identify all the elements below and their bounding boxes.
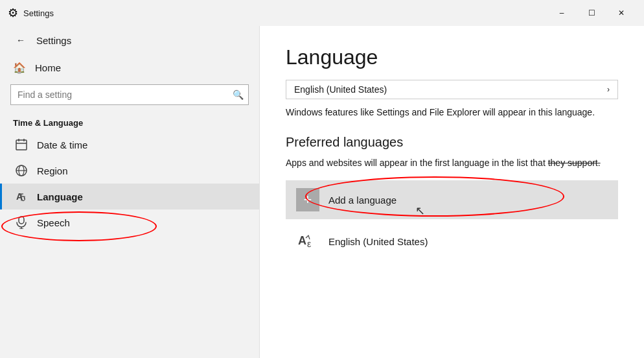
window-controls: – ☐ ✕ [547,3,636,23]
preferred-languages-title: Preferred languages [286,135,618,150]
search-input[interactable] [10,84,249,105]
english-lang-label: English (United States) [328,236,428,247]
sidebar-item-label: Speech [37,217,70,228]
sidebar-item-label: Region [37,165,68,176]
svg-text:A: A [298,234,306,247]
content-area: Language English (United States) › Windo… [259,26,644,358]
app-icon: ⚙ [8,6,18,20]
search-icon[interactable]: 🔍 [233,90,244,100]
close-button[interactable]: ✕ [606,3,636,23]
english-language-item[interactable]: A ε English (United States) [286,223,618,259]
sidebar-item-label: Date & time [37,139,87,150]
plus-icon: + [296,188,319,211]
page-title: Language [286,45,618,69]
chevron-icon: › [607,85,610,94]
add-language-button[interactable]: + Add a language [286,180,618,219]
home-label: Home [35,62,61,73]
titlebar-title: Settings [23,8,54,18]
add-language-container: + Add a language ↖ [286,180,618,219]
main-layout: ← Settings 🏠 Home 🔍 Time & Language Date… [0,26,644,358]
search-box: 🔍 [10,84,249,105]
add-language-label: Add a language [328,195,397,206]
sidebar: ← Settings 🏠 Home 🔍 Time & Language Date… [0,26,259,358]
speech-icon [15,216,28,229]
language-dropdown-value: English (United States) [294,84,387,95]
language-icon: A ℑ [15,190,28,203]
maximize-button[interactable]: ☐ [577,3,606,23]
sidebar-item-label: Language [37,191,83,202]
sidebar-item-language[interactable]: A ℑ Language [0,184,259,209]
sidebar-item-home[interactable]: 🏠 Home [0,54,259,80]
preferred-languages-desc: Apps and websites will appear in the fir… [286,156,618,170]
region-icon [15,164,28,177]
back-button[interactable]: ← [10,30,31,51]
home-icon: 🏠 [13,61,26,74]
sidebar-item-date-time[interactable]: Date & time [0,132,259,158]
sidebar-nav-top: ← Settings [0,26,259,54]
sidebar-item-speech[interactable]: Speech [0,209,259,235]
sidebar-app-title: Settings [36,35,71,46]
section-title: Time & Language [0,113,259,132]
minimize-button[interactable]: – [547,3,577,23]
language-description: Windows features like Settings and File … [286,106,618,119]
svg-text:ε: ε [307,239,311,249]
svg-rect-0 [16,140,27,150]
date-time-icon [15,138,28,151]
svg-rect-11 [19,217,24,224]
english-lang-icon: A ε [296,230,319,253]
sidebar-item-region[interactable]: Region [0,158,259,184]
language-dropdown[interactable]: English (United States) › [286,80,618,99]
titlebar: ⚙ Settings – ☐ ✕ [0,0,644,26]
